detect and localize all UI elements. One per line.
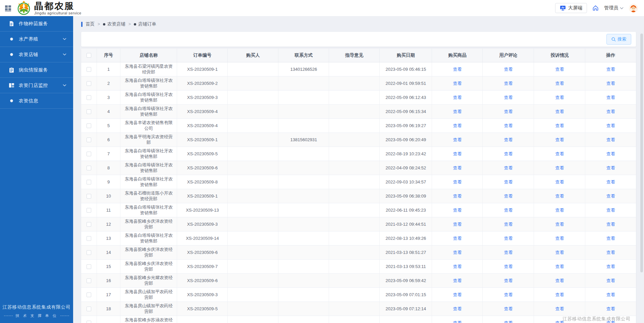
sidebar-item-4[interactable]: 农资门店监控 [0, 78, 73, 93]
avatar[interactable] [629, 4, 638, 13]
row-checkbox[interactable] [87, 321, 91, 323]
view-detail-link[interactable]: 查看 [606, 95, 615, 100]
breadcrumb-item-orders[interactable]: 店铺订单 [134, 21, 156, 27]
view-comments-link[interactable]: 查看 [504, 109, 513, 114]
view-complaints-link[interactable]: 查看 [555, 151, 564, 156]
view-complaints-link[interactable]: 查看 [555, 137, 564, 142]
view-products-link[interactable]: 查看 [453, 179, 462, 184]
view-comments-link[interactable]: 查看 [504, 278, 513, 283]
row-checkbox[interactable] [87, 208, 91, 213]
row-checkbox[interactable] [87, 307, 91, 311]
view-complaints-link[interactable]: 查看 [555, 109, 564, 114]
view-complaints-link[interactable]: 查看 [555, 67, 564, 72]
view-products-link[interactable]: 查看 [453, 250, 462, 255]
big-screen-button[interactable]: 大屏端 [555, 3, 587, 13]
view-products-link[interactable]: 查看 [453, 137, 462, 142]
view-detail-link[interactable]: 查看 [606, 194, 615, 199]
sidebar-item-3[interactable]: 病虫情报服务 [0, 62, 73, 78]
view-comments-link[interactable]: 查看 [504, 123, 513, 128]
view-detail-link[interactable]: 查看 [606, 306, 615, 311]
row-checkbox[interactable] [87, 194, 91, 199]
sidebar-item-0[interactable]: 作物种苗服务 [0, 16, 73, 32]
view-complaints-link[interactable]: 查看 [555, 292, 564, 297]
view-products-link[interactable]: 查看 [453, 151, 462, 156]
row-checkbox[interactable] [87, 109, 91, 114]
view-products-link[interactable]: 查看 [453, 222, 462, 227]
view-detail-link[interactable]: 查看 [606, 250, 615, 255]
view-comments-link[interactable]: 查看 [504, 320, 513, 323]
view-detail-link[interactable]: 查看 [606, 137, 615, 142]
view-comments-link[interactable]: 查看 [504, 236, 513, 241]
view-comments-link[interactable]: 查看 [504, 165, 513, 170]
view-complaints-link[interactable]: 查看 [555, 236, 564, 241]
view-products-link[interactable]: 查看 [453, 109, 462, 114]
row-checkbox[interactable] [87, 222, 91, 227]
view-detail-link[interactable]: 查看 [606, 222, 615, 227]
row-checkbox[interactable] [87, 264, 91, 269]
view-detail-link[interactable]: 查看 [606, 292, 615, 297]
view-detail-link[interactable]: 查看 [606, 67, 615, 72]
view-comments-link[interactable]: 查看 [504, 137, 513, 142]
view-complaints-link[interactable]: 查看 [555, 123, 564, 128]
view-comments-link[interactable]: 查看 [504, 151, 513, 156]
row-checkbox[interactable] [87, 180, 91, 184]
view-products-link[interactable]: 查看 [453, 292, 462, 297]
sidebar-item-5[interactable]: 农资信息 [0, 93, 73, 109]
view-detail-link[interactable]: 查看 [606, 208, 615, 213]
sidebar-item-2[interactable]: 农资店铺 [0, 47, 73, 62]
view-complaints-link[interactable]: 查看 [555, 306, 564, 311]
view-comments-link[interactable]: 查看 [504, 250, 513, 255]
view-complaints-link[interactable]: 查看 [555, 278, 564, 283]
view-products-link[interactable]: 查看 [453, 236, 462, 241]
home-button[interactable] [592, 5, 599, 11]
view-detail-link[interactable]: 查看 [606, 165, 615, 170]
row-checkbox[interactable] [87, 81, 91, 86]
row-checkbox[interactable] [87, 250, 91, 255]
row-checkbox[interactable] [87, 95, 91, 100]
view-products-link[interactable]: 查看 [453, 165, 462, 170]
view-complaints-link[interactable]: 查看 [555, 165, 564, 170]
view-complaints-link[interactable]: 查看 [555, 194, 564, 199]
user-menu[interactable]: 管理员 [604, 5, 624, 11]
view-products-link[interactable]: 查看 [453, 95, 462, 100]
view-detail-link[interactable]: 查看 [606, 151, 615, 156]
view-products-link[interactable]: 查看 [453, 306, 462, 311]
row-checkbox[interactable] [87, 236, 91, 241]
row-checkbox[interactable] [87, 152, 91, 156]
view-detail-link[interactable]: 查看 [606, 179, 615, 184]
view-complaints-link[interactable]: 查看 [555, 250, 564, 255]
view-products-link[interactable]: 查看 [453, 67, 462, 72]
row-checkbox[interactable] [87, 123, 91, 128]
view-detail-link[interactable]: 查看 [606, 123, 615, 128]
view-products-link[interactable]: 查看 [453, 320, 462, 323]
sidebar-item-1[interactable]: 水产养殖 [0, 32, 73, 47]
row-checkbox[interactable] [87, 138, 91, 142]
breadcrumb-item-store[interactable]: 农资店铺 [103, 21, 125, 27]
view-complaints-link[interactable]: 查看 [555, 264, 564, 269]
search-button[interactable]: 搜索 [606, 34, 631, 45]
view-comments-link[interactable]: 查看 [504, 292, 513, 297]
view-detail-link[interactable]: 查看 [606, 81, 615, 86]
row-checkbox[interactable] [87, 166, 91, 170]
view-complaints-link[interactable]: 查看 [555, 81, 564, 86]
breadcrumb-home[interactable]: 首页 [86, 21, 95, 27]
view-comments-link[interactable]: 查看 [504, 222, 513, 227]
view-products-link[interactable]: 查看 [453, 81, 462, 86]
view-comments-link[interactable]: 查看 [504, 194, 513, 199]
view-comments-link[interactable]: 查看 [504, 306, 513, 311]
scrollbar-thumb[interactable] [640, 34, 643, 272]
view-comments-link[interactable]: 查看 [504, 67, 513, 72]
view-comments-link[interactable]: 查看 [504, 81, 513, 86]
view-products-link[interactable]: 查看 [453, 123, 462, 128]
view-comments-link[interactable]: 查看 [504, 208, 513, 213]
view-detail-link[interactable]: 查看 [606, 278, 615, 283]
row-checkbox[interactable] [87, 67, 91, 72]
view-comments-link[interactable]: 查看 [504, 179, 513, 184]
view-complaints-link[interactable]: 查看 [555, 208, 564, 213]
view-products-link[interactable]: 查看 [453, 264, 462, 269]
row-checkbox[interactable] [87, 292, 91, 297]
view-detail-link[interactable]: 查看 [606, 264, 615, 269]
view-comments-link[interactable]: 查看 [504, 95, 513, 100]
view-products-link[interactable]: 查看 [453, 278, 462, 283]
view-complaints-link[interactable]: 查看 [555, 95, 564, 100]
